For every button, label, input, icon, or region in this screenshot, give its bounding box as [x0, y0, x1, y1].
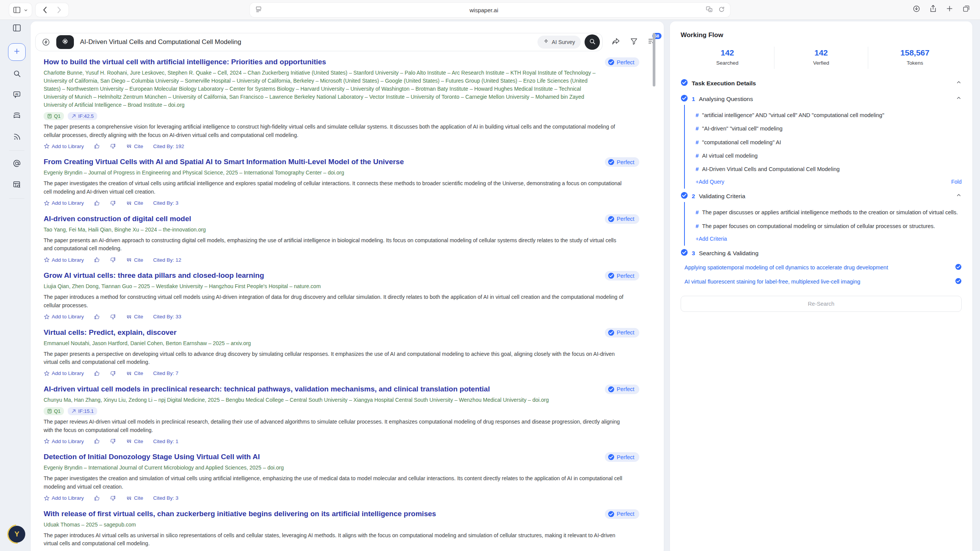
ai-survey-button[interactable]: AI Survey: [537, 36, 581, 49]
back-icon[interactable]: [39, 7, 51, 13]
section-searching-validating[interactable]: 3 Searching & Validating: [681, 249, 962, 258]
re-search-button[interactable]: Re-Search: [681, 296, 962, 312]
cite-button[interactable]: Cite: [126, 495, 143, 501]
model-badge[interactable]: [56, 35, 74, 49]
export-icon[interactable]: [612, 37, 620, 47]
user-avatar[interactable]: Y: [8, 526, 25, 543]
thumbs-down-button[interactable]: [110, 200, 116, 206]
chevron-up-icon[interactable]: [956, 80, 962, 87]
paper-authors[interactable]: Emmanuel Noutahi, Jason Hartford, Daniel…: [44, 339, 639, 347]
search-bar[interactable]: AI-Driven Virtual Cells and Computationa…: [35, 33, 603, 51]
cite-button[interactable]: Cite: [126, 370, 143, 377]
add-to-library-button[interactable]: Add to Library: [44, 314, 84, 320]
chevron-up-icon[interactable]: [956, 95, 962, 103]
new-search-button[interactable]: [8, 43, 26, 61]
topic-link[interactable]: AI virtual fluorescent staining for labe…: [684, 278, 951, 285]
cited-by-count[interactable]: Cited By: 3: [153, 200, 178, 206]
topic-link[interactable]: Applying spatiotemporal modeling of cell…: [684, 264, 951, 271]
query-item[interactable]: #AI-Driven Virtual Cells and Computation…: [696, 165, 962, 173]
paper-authors[interactable]: Liujia Qian, Zhen Dong, Tiannan Guo – 20…: [44, 282, 639, 290]
thumbs-up-button[interactable]: [94, 438, 100, 444]
add-to-library-button[interactable]: Add to Library: [44, 438, 84, 444]
thumbs-down-button[interactable]: [110, 143, 116, 149]
cited-by-count[interactable]: Cited By: 33: [153, 314, 181, 320]
cited-by-count[interactable]: Cited By: 1: [153, 439, 178, 444]
thumbs-up-button[interactable]: [94, 370, 100, 377]
paper-authors[interactable]: Tao Yang, Fei Ma, Haili Qian, Binghe Xu …: [44, 226, 639, 234]
paper-title-link[interactable]: Detection of Initial Donozology Stage Us…: [44, 452, 599, 461]
query-item[interactable]: #"computational cell modeling" AI: [696, 139, 962, 146]
add-to-library-button[interactable]: Add to Library: [44, 370, 84, 377]
add-to-library-button[interactable]: Add to Library: [44, 200, 84, 206]
cited-by-count[interactable]: Cited By: 192: [153, 143, 184, 149]
thumbs-down-button[interactable]: [110, 257, 116, 263]
cite-button[interactable]: Cite: [126, 438, 143, 444]
criteria-item[interactable]: #The paper discusses or applies artifici…: [696, 209, 962, 216]
new-tab-icon[interactable]: [946, 5, 953, 14]
sidebar-item-table-search[interactable]: [9, 178, 24, 193]
paper-authors[interactable]: Evgeniy Bryndin – Journal of Progress in…: [44, 169, 639, 177]
thumbs-down-button[interactable]: [110, 495, 116, 501]
cited-by-count[interactable]: Cited By: 3: [153, 495, 178, 501]
paper-title-link[interactable]: Virtual cells: Predict, explain, discove…: [44, 328, 599, 337]
criteria-item[interactable]: #The paper focuses on computational mode…: [696, 222, 962, 230]
page-info-icon[interactable]: a: [706, 6, 713, 14]
downloads-icon[interactable]: [913, 5, 920, 14]
share-icon[interactable]: [929, 5, 937, 14]
reload-icon[interactable]: [719, 6, 725, 14]
add-to-library-button[interactable]: Add to Library: [44, 143, 84, 149]
reader-icon[interactable]: [255, 6, 262, 14]
flash-circle-icon[interactable]: [39, 36, 52, 49]
thumbs-up-button[interactable]: [94, 257, 100, 263]
collapse-sidebar-button[interactable]: [9, 21, 24, 36]
forward-icon[interactable]: [54, 7, 65, 13]
fold-button[interactable]: Fold: [951, 179, 962, 185]
search-input[interactable]: AI-Driven Virtual Cells and Computationa…: [80, 38, 534, 46]
paper-title-link[interactable]: How to build the virtual cell with artif…: [44, 57, 599, 67]
funnel-icon[interactable]: [630, 37, 638, 47]
thumbs-up-button[interactable]: [94, 495, 100, 501]
thumbs-up-button[interactable]: [94, 200, 100, 206]
sidebar-item-ai-chat[interactable]: AI: [9, 88, 24, 103]
task-details-header[interactable]: Task Execution Details: [681, 79, 962, 88]
query-item[interactable]: #AI virtual cell modeling: [696, 152, 962, 160]
thumbs-down-button[interactable]: [110, 314, 116, 320]
search-button[interactable]: [585, 34, 600, 50]
paper-authors[interactable]: Evgeniy Bryndin – International Journal …: [44, 464, 639, 472]
cite-button[interactable]: Cite: [126, 257, 143, 263]
thumbs-down-button[interactable]: [110, 370, 116, 377]
section-analysing-questions[interactable]: 1 Analysing Questions: [681, 95, 962, 103]
query-item[interactable]: #"artificial intelligence" AND "virtual …: [696, 111, 962, 119]
add-to-library-button[interactable]: Add to Library: [44, 257, 84, 263]
paper-title-link[interactable]: From Creating Virtual Cells with AI and …: [44, 157, 599, 166]
add-criteria-button[interactable]: +Add Criteria: [696, 236, 727, 242]
cite-button[interactable]: Cite: [126, 314, 143, 320]
add-to-library-button[interactable]: Add to Library: [44, 495, 84, 501]
thumbs-up-button[interactable]: [94, 314, 100, 320]
section-validating-criteria[interactable]: 2 Validating Criteria: [681, 192, 962, 201]
paper-authors[interactable]: Chunyu Ma, Han Zhang, Xinyu Liu, Zedong …: [44, 396, 639, 404]
cite-button[interactable]: Cite: [126, 200, 143, 206]
sidebar-item-feed[interactable]: [9, 130, 24, 145]
sidebar-item-search[interactable]: [9, 67, 24, 82]
address-bar[interactable]: wispaper.ai a: [250, 3, 730, 17]
paper-authors[interactable]: Charlotte Bunne, Yusuf H. Roohani, Jure …: [44, 69, 639, 109]
chevron-up-icon[interactable]: [956, 192, 962, 200]
thumbs-down-button[interactable]: [110, 438, 116, 444]
paper-authors[interactable]: Uduak Thomas – 2025 – sagepub.com: [44, 521, 639, 529]
cite-button[interactable]: Cite: [126, 143, 143, 149]
cited-by-count[interactable]: Cited By: 7: [153, 370, 178, 376]
query-item[interactable]: #"AI-driven" "virtual cell" modeling: [696, 125, 962, 132]
scrollbar[interactable]: [653, 33, 655, 86]
paper-title-link[interactable]: Grow AI virtual cells: three data pillar…: [44, 271, 599, 280]
paper-title-link[interactable]: AI-driven virtual cell models in preclin…: [44, 385, 599, 394]
cited-by-count[interactable]: Cited By: 12: [153, 257, 181, 263]
sidebar-toggle-button[interactable]: [9, 3, 32, 17]
sidebar-item-library[interactable]: [9, 109, 24, 124]
thumbs-up-button[interactable]: [94, 143, 100, 149]
sidebar-item-mentions[interactable]: [9, 156, 24, 172]
paper-title-link[interactable]: AI-driven construction of digital cell m…: [44, 214, 599, 223]
tabs-icon[interactable]: [962, 5, 970, 14]
add-query-button[interactable]: +Add Query: [696, 179, 724, 185]
paper-title-link[interactable]: With release of first virtual cells, cha…: [44, 509, 599, 518]
